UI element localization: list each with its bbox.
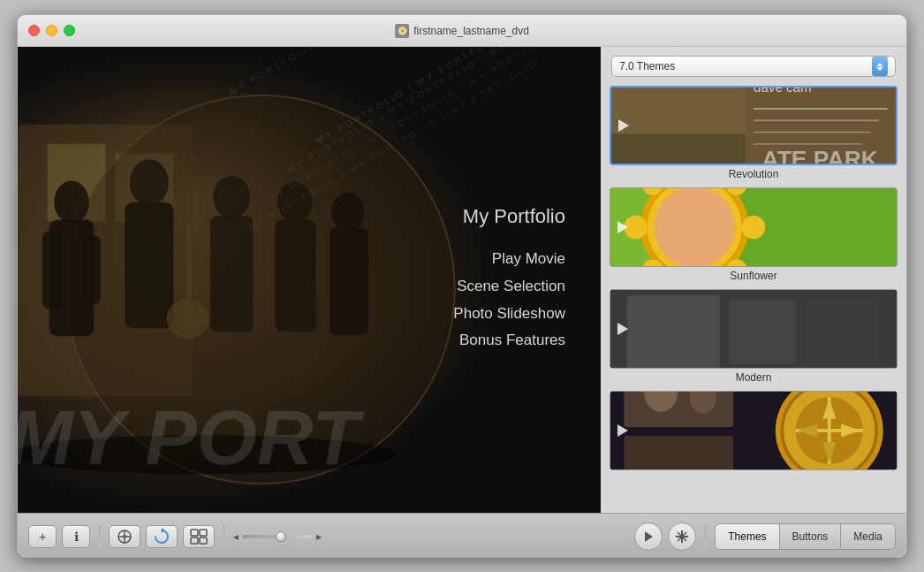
menu-item-bonus-features[interactable]: Bonus Features [459, 327, 565, 355]
portfolio-title: My Portfolio [463, 205, 565, 228]
add-button[interactable]: + [28, 525, 57, 548]
volume-low-icon: ◂ [233, 530, 239, 543]
separator-1 [99, 525, 100, 548]
theme-thumbnail-sunflower: My Awards Year [610, 187, 897, 267]
play-icon [643, 530, 654, 543]
play-indicator-modern [617, 323, 628, 335]
close-button[interactable] [28, 25, 40, 36]
tab-group: Themes Buttons Media [715, 523, 896, 550]
arrow-up-icon [876, 63, 883, 66]
dropdown-label: 7.0 Themes [619, 60, 867, 72]
themes-dropdown[interactable]: 7.0 Themes [611, 56, 896, 77]
layout-icon [190, 529, 208, 545]
refresh-icon [153, 528, 170, 545]
svg-rect-91 [200, 538, 207, 544]
svg-rect-58 [728, 301, 795, 364]
svg-rect-10 [83, 236, 101, 304]
play-button[interactable] [634, 522, 663, 551]
volume-control: ◂ ▸ [233, 530, 322, 543]
svg-text:dave cam: dave cam [754, 88, 812, 95]
theme-label-modern: Modern [610, 371, 897, 384]
play-indicator-sunflower [617, 221, 628, 233]
svg-rect-16 [210, 216, 253, 332]
dropdown-arrows-icon [872, 57, 888, 76]
info-icon: ℹ [74, 530, 79, 544]
theme-item-compass[interactable] [610, 391, 897, 470]
svg-rect-57 [627, 295, 720, 368]
theme-item-modern[interactable]: Urban Landscapes Photo Adventures Beyond [610, 289, 897, 384]
theme-label-revolution: Revolution [610, 168, 897, 180]
compass-bg [610, 392, 897, 469]
preview-area: MY PORT MY PORTFOLIO | MY PORTFOLIO | MY… [18, 47, 601, 513]
sunflower-bg: My Awards Year [610, 188, 897, 266]
volume-slider-track[interactable] [242, 535, 313, 538]
titlebar: 📀 firstname_lastname_dvd [18, 15, 906, 47]
toolbar: + ℹ [18, 513, 906, 558]
menu-item-photo-slideshow[interactable]: Photo Slideshow [453, 301, 565, 328]
refresh-button[interactable] [146, 525, 178, 548]
dvd-icon: 📀 [395, 24, 409, 38]
modern-bg: Urban Landscapes Photo Adventures Beyond [610, 290, 897, 368]
svg-point-40 [655, 188, 735, 266]
theme-item-revolution[interactable]: dave cam ATE PARK Revolution [610, 86, 897, 180]
traffic-lights [28, 25, 75, 36]
maximize-button[interactable] [64, 25, 75, 36]
svg-rect-14 [186, 222, 193, 324]
dvd-menu-overlay: My Portfolio Play Movie Scene Selection … [336, 47, 601, 513]
svg-text:MY PORT: MY PORT [18, 393, 365, 481]
fullscreen-icon [675, 530, 689, 544]
svg-point-44 [742, 216, 766, 240]
svg-point-82 [123, 535, 126, 538]
theme-label-sunflower: Sunflower [610, 270, 897, 282]
svg-marker-87 [162, 528, 165, 533]
svg-rect-12 [125, 202, 173, 329]
map-icon [116, 529, 133, 545]
svg-marker-92 [645, 531, 653, 542]
svg-rect-90 [191, 538, 198, 544]
svg-rect-18 [276, 219, 316, 331]
svg-point-11 [130, 159, 169, 206]
main-window: 📀 firstname_lastname_dvd [17, 14, 907, 558]
svg-point-15 [213, 176, 250, 218]
layout-button[interactable] [183, 525, 215, 548]
svg-rect-59 [804, 301, 880, 364]
separator-2 [223, 525, 224, 548]
svg-point-7 [54, 181, 89, 224]
theme-thumbnail-modern: Urban Landscapes Photo Adventures Beyond [610, 289, 897, 369]
revolution-bg: dave cam ATE PARK [611, 88, 896, 164]
svg-rect-9 [42, 232, 62, 309]
volume-slider-thumb[interactable] [276, 531, 286, 542]
dropdown-row: 7.0 Themes [601, 47, 906, 86]
theme-thumbnail-revolution: dave cam ATE PARK [610, 86, 897, 165]
svg-rect-89 [200, 530, 207, 536]
map-button[interactable] [109, 525, 140, 548]
menu-item-scene-selection[interactable]: Scene Selection [457, 273, 565, 301]
plus-icon: + [39, 530, 46, 544]
content-area: MY PORT MY PORTFOLIO | MY PORTFOLIO | MY… [18, 47, 906, 513]
svg-text:ATE PARK: ATE PARK [761, 146, 878, 164]
svg-rect-88 [191, 530, 198, 536]
info-button[interactable]: ℹ [62, 525, 90, 548]
svg-rect-30 [611, 133, 746, 164]
fullscreen-button[interactable] [668, 522, 696, 551]
svg-rect-68 [624, 392, 733, 427]
play-indicator-compass [617, 424, 628, 437]
theme-thumbnail-compass [610, 391, 897, 470]
themes-list: dave cam ATE PARK Revolution [601, 86, 906, 513]
arrow-down-icon [876, 67, 883, 71]
separator-3 [705, 525, 706, 548]
menu-item-play-movie[interactable]: Play Movie [492, 246, 565, 273]
theme-item-sunflower[interactable]: My Awards Year Sunflower [610, 187, 897, 282]
volume-high-icon: ▸ [316, 530, 322, 543]
minimize-button[interactable] [46, 25, 57, 36]
play-indicator-revolution [618, 119, 629, 132]
svg-rect-69 [624, 436, 733, 469]
tab-buttons[interactable]: Buttons [780, 524, 842, 549]
tab-media[interactable]: Media [841, 524, 895, 549]
window-title: 📀 firstname_lastname_dvd [395, 24, 529, 38]
right-panel: 7.0 Themes [601, 47, 906, 513]
tab-themes[interactable]: Themes [716, 524, 779, 549]
